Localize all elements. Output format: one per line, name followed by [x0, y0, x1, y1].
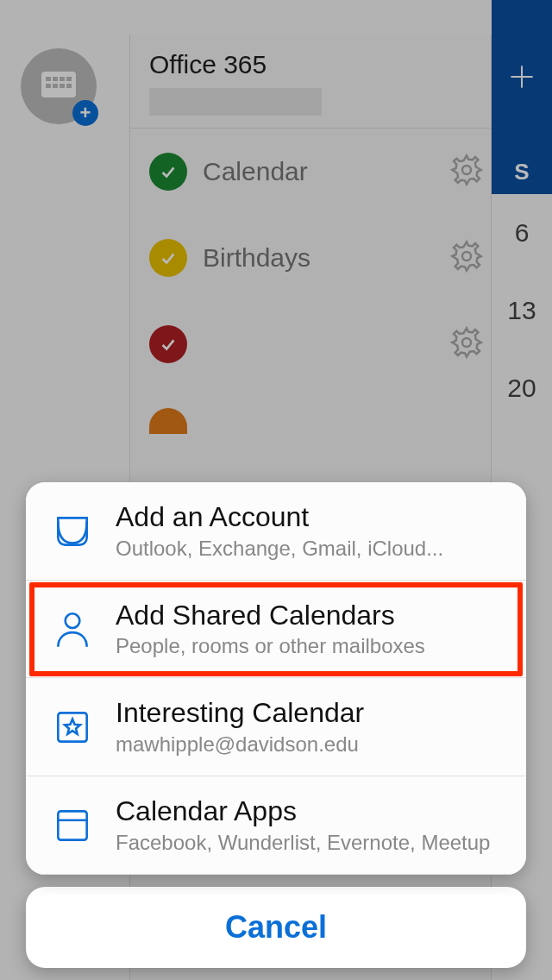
star-box-icon: [50, 706, 95, 749]
action-sheet-list: Add an Account Outlook, Exchange, Gmail,…: [26, 482, 526, 875]
inbox-icon: [50, 509, 95, 552]
person-icon: [50, 607, 95, 650]
sheet-item-add-account[interactable]: Add an Account Outlook, Exchange, Gmail,…: [26, 482, 526, 581]
sheet-item-add-shared-calendars[interactable]: Add Shared Calendars People, rooms or ot…: [26, 581, 526, 679]
sheet-item-subtitle: Facebook, Wunderlist, Evernote, Meetup: [116, 831, 502, 855]
svg-point-14: [66, 613, 80, 628]
sheet-item-subtitle: Outlook, Exchange, Gmail, iCloud...: [116, 537, 502, 561]
action-sheet: Add an Account Outlook, Exchange, Gmail,…: [26, 482, 526, 968]
app-box-icon: [50, 804, 95, 847]
sheet-item-title: Add an Account: [116, 501, 502, 533]
sheet-item-subtitle: mawhipple@davidson.edu: [116, 732, 502, 757]
sheet-item-calendar-apps[interactable]: Calendar Apps Facebook, Wunderlist, Ever…: [26, 776, 526, 875]
svg-rect-16: [58, 811, 86, 839]
sheet-item-title: Calendar Apps: [116, 795, 502, 827]
sheet-item-subtitle: People, rooms or other mailboxes: [116, 634, 502, 658]
sheet-item-title: Interesting Calendar: [116, 697, 502, 729]
cancel-button[interactable]: Cancel: [26, 887, 526, 968]
sheet-item-interesting-calendar[interactable]: Interesting Calendar mawhipple@davidson.…: [26, 678, 526, 776]
sheet-item-title: Add Shared Calendars: [116, 600, 502, 631]
